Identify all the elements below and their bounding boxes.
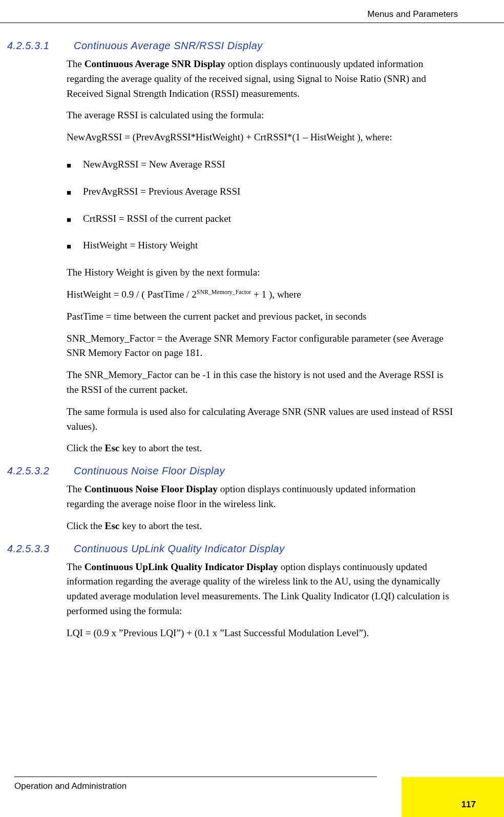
- paragraph: The Continuous UpLink Quality Indicator …: [67, 560, 455, 619]
- square-bullet-icon: ■: [67, 241, 83, 253]
- superscript: SNR_Memory_Factor: [197, 288, 251, 296]
- list-text: CrtRSSI = RSSI of the current packet: [83, 212, 455, 226]
- yellow-corner-block: [402, 777, 504, 817]
- section-number: 4.2.5.3.1: [0, 40, 74, 52]
- section-heading-3: 4.2.5.3.3 Continuous UpLink Quality Indi…: [0, 543, 504, 555]
- paragraph: The History Weight is given by the next …: [67, 265, 455, 280]
- bold-text: Esc: [105, 443, 120, 453]
- bold-text: Continuous UpLink Quality Indicator Disp…: [85, 561, 278, 572]
- text: key to abort the test.: [119, 443, 202, 453]
- section-title: Continuous Noise Floor Display: [74, 465, 225, 477]
- paragraph: Click the Esc key to abort the test.: [67, 519, 455, 534]
- paragraph: The Continuous Noise Floor Display optio…: [67, 482, 455, 512]
- section-title: Continuous Average SNR/RSSI Display: [74, 40, 263, 52]
- text: Click the: [67, 520, 105, 531]
- paragraph: HistWeight = 0.9 / ( PastTime / 2SNR_Mem…: [67, 287, 455, 302]
- list-item: ■ PrevAvgRSSI = Previous Average RSSI: [67, 184, 455, 199]
- square-bullet-icon: ■: [67, 160, 83, 172]
- footer-left: Operation and Administration: [14, 781, 127, 791]
- section-body-3: The Continuous UpLink Quality Indicator …: [67, 560, 455, 641]
- section-heading-1: 4.2.5.3.1 Continuous Average SNR/RSSI Di…: [0, 40, 504, 52]
- text: Click the: [67, 443, 105, 453]
- paragraph: PastTime = time between the current pack…: [67, 309, 455, 324]
- header-rule: [0, 23, 504, 23]
- section-number: 4.2.5.3.2: [0, 465, 74, 477]
- page-number: 117: [461, 800, 476, 810]
- bold-text: Continuous Noise Floor Display: [85, 484, 218, 494]
- list-item: ■ NewAvgRSSI = New Average RSSI: [67, 157, 455, 172]
- list-item: ■ HistWeight = History Weight: [67, 238, 455, 253]
- list-text: HistWeight = History Weight: [83, 238, 455, 253]
- section-heading-2: 4.2.5.3.2 Continuous Noise Floor Display: [0, 465, 504, 477]
- content: 4.2.5.3.1 Continuous Average SNR/RSSI Di…: [0, 31, 504, 648]
- paragraph: The average RSSI is calculated using the…: [67, 108, 455, 123]
- text: key to abort the test.: [119, 520, 202, 531]
- text: The: [67, 484, 85, 494]
- square-bullet-icon: ■: [67, 187, 83, 199]
- page: Menus and Parameters 4.2.5.3.1 Continuou…: [0, 0, 504, 817]
- list-text: NewAvgRSSI = New Average RSSI: [83, 157, 455, 172]
- paragraph: SNR_Memory_Factor = the Average SNR Memo…: [67, 331, 455, 361]
- text: HistWeight = 0.9 / ( PastTime / 2: [67, 289, 197, 300]
- bold-text: Esc: [105, 520, 120, 531]
- paragraph: LQI = (0.9 x ”Previous LQI”) + (0.1 x ”L…: [67, 626, 455, 641]
- text: + 1 ), where: [251, 289, 301, 300]
- footer-rule: [14, 777, 377, 777]
- paragraph: The same formula is used also for calcul…: [67, 405, 455, 434]
- square-bullet-icon: ■: [67, 214, 83, 226]
- section-number: 4.2.5.3.3: [0, 543, 74, 555]
- text: The: [67, 561, 85, 572]
- section-title: Continuous UpLink Quality Indicator Disp…: [74, 543, 285, 555]
- section-body-1: The Continuous Average SNR Display optio…: [67, 57, 455, 456]
- paragraph: The SNR_Memory_Factor can be -1 in this …: [67, 368, 455, 397]
- paragraph: Click the Esc key to abort the test.: [67, 441, 455, 456]
- bullet-list: ■ NewAvgRSSI = New Average RSSI ■ PrevAv…: [67, 157, 455, 253]
- bold-text: Continuous Average SNR Display: [85, 58, 225, 69]
- section-body-2: The Continuous Noise Floor Display optio…: [67, 482, 455, 533]
- header-right: Menus and Parameters: [367, 9, 458, 19]
- list-item: ■ CrtRSSI = RSSI of the current packet: [67, 212, 455, 226]
- list-text: PrevAvgRSSI = Previous Average RSSI: [83, 184, 455, 199]
- paragraph: NewAvgRSSI = (PrevAvgRSSI*HistWeight) + …: [67, 130, 455, 145]
- text: The: [67, 58, 85, 69]
- paragraph: The Continuous Average SNR Display optio…: [67, 57, 455, 101]
